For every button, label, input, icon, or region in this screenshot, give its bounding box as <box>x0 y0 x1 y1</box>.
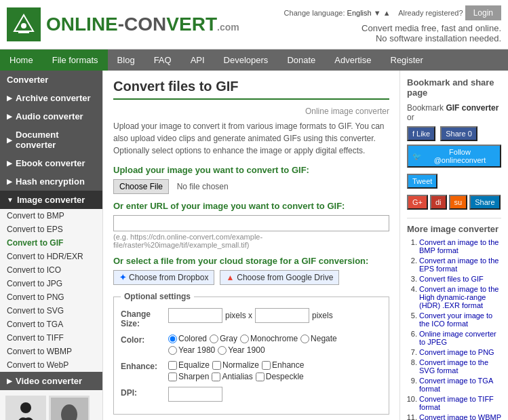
more-link-4[interactable]: Convert your image to the ICO format <box>419 311 492 328</box>
upload-label: Upload your image you want to convert to… <box>113 165 389 175</box>
gdrive-label: Choose from Google Drive <box>237 273 333 282</box>
sidebar-convert-jpg[interactable]: Convert to JPG <box>0 277 102 290</box>
sidebar-convert-tiff[interactable]: Convert to TIFF <box>0 331 102 345</box>
url-input[interactable] <box>113 215 389 231</box>
linkedin-button[interactable]: Share <box>469 195 500 210</box>
check-normalize[interactable]: Normalize <box>212 360 259 370</box>
change-language-label: Change language: <box>284 9 345 17</box>
url-section: Or enter URL of your image you want to c… <box>113 201 389 249</box>
nav-item-register[interactable]: Register <box>381 50 433 71</box>
facebook-share-button[interactable]: Share 0 <box>440 126 477 141</box>
size-row: Change Size: pixels x pixels <box>121 308 382 328</box>
sidebar-archive-converter[interactable]: ▶Archive converter <box>0 89 102 107</box>
more-link-3[interactable]: Convert an image to the High dynamic-ran… <box>419 285 499 309</box>
enhance-content: Equalize Normalize Enhance Sharpen Antia… <box>168 360 382 381</box>
check-equalize-input[interactable] <box>168 361 177 370</box>
sidebar-convert-wbmp[interactable]: Convert to WBMP <box>0 345 102 358</box>
radio-gray[interactable]: Gray <box>210 334 237 343</box>
nav-item-developers[interactable]: Developers <box>214 50 278 71</box>
check-antialias-input[interactable] <box>212 373 220 381</box>
file-input-row: Choose File No file chosen <box>113 179 389 194</box>
social-row-4: G+ di su Share <box>407 195 501 210</box>
radio-colored[interactable]: Colored <box>168 334 207 343</box>
sidebar-convert-gif[interactable]: Convert to GIF <box>0 236 102 250</box>
radio-year1980-input[interactable] <box>168 346 177 355</box>
gplus-button[interactable]: G+ <box>407 195 428 210</box>
su-button[interactable]: su <box>449 195 468 210</box>
height-input[interactable] <box>255 308 309 323</box>
more-link-6[interactable]: Convert image to PNG <box>419 348 494 356</box>
check-equalize[interactable]: Equalize <box>168 360 210 370</box>
check-enhance-input[interactable] <box>262 361 271 370</box>
more-link-5[interactable]: Online image converter to JPEG <box>419 330 496 346</box>
check-normalize-input[interactable] <box>212 361 221 370</box>
language-select[interactable]: English <box>347 9 372 17</box>
gdrive-button[interactable]: ▲ Choose from Google Drive <box>220 270 339 285</box>
list-item: Convert image to the SVG format <box>419 358 501 375</box>
nav-item-home[interactable]: Home <box>0 50 43 71</box>
radio-colored-input[interactable] <box>168 335 177 343</box>
check-sharpen-input[interactable] <box>168 373 177 381</box>
width-input[interactable] <box>168 308 222 323</box>
more-link-10[interactable]: Convert image to WBMP (mobile format) <box>419 413 501 420</box>
radio-gray-input[interactable] <box>210 335 218 343</box>
more-link-1[interactable]: Convert an image to the EPS format <box>419 256 499 273</box>
main-content: Convert files to GIF Online image conver… <box>103 71 399 420</box>
color-label: Color: <box>121 334 168 345</box>
optional-settings: Optional settings Change Size: pixels x … <box>113 292 389 415</box>
dpi-input[interactable] <box>168 387 222 402</box>
nav-item-file-formats[interactable]: File formats <box>43 50 108 71</box>
radio-year1980[interactable]: Year 1980 <box>168 345 215 355</box>
sidebar-audio-converter[interactable]: ▶Audio converter <box>0 107 102 126</box>
radio-monochrome-input[interactable] <box>240 335 249 343</box>
sidebar-ebook-converter[interactable]: ▶Ebook converter <box>0 154 102 172</box>
nav-item-advertise[interactable]: Advertise <box>325 50 380 71</box>
radio-year1900-input[interactable] <box>218 346 227 355</box>
check-despeckle[interactable]: Despeckle <box>256 372 304 381</box>
login-button[interactable]: Login <box>465 5 501 20</box>
radio-negate-input[interactable] <box>300 335 309 343</box>
check-enhance[interactable]: Enhance <box>262 360 304 370</box>
choose-file-button[interactable]: Choose File <box>113 179 169 194</box>
nav-item-faq[interactable]: FAQ <box>144 50 181 71</box>
dropbox-button[interactable]: ✦ Choose from Dropbox <box>113 270 214 285</box>
radio-year1900[interactable]: Year 1900 <box>218 345 265 355</box>
sidebar-convert-eps[interactable]: Convert to EPS <box>0 223 102 236</box>
sidebar-convert-png[interactable]: Convert to PNG <box>0 290 102 304</box>
header: ONLINE-CONVERT.com Change language: Engl… <box>0 0 508 50</box>
sidebar-convert-ico[interactable]: Convert to ICO <box>0 263 102 277</box>
sidebar-image-converter[interactable]: ▼Image converter <box>0 191 102 209</box>
list-item: Convert image to TIFF format <box>419 395 501 411</box>
more-link-2[interactable]: Convert files to GIF <box>419 275 484 283</box>
check-antialias[interactable]: Antialias <box>212 372 252 381</box>
dpi-content <box>168 387 382 402</box>
twitter-follow-button[interactable]: 🐦 Follow @onlineconvert <box>407 145 501 168</box>
nav-item-blog[interactable]: Blog <box>108 50 144 71</box>
more-link-7[interactable]: Convert image to the SVG format <box>419 358 488 375</box>
list-item: Convert image to PNG <box>419 348 501 356</box>
sidebar-video-converter[interactable]: ▶Video converter <box>0 372 102 390</box>
digg-button[interactable]: di <box>430 195 447 210</box>
facebook-like-button[interactable]: f Like <box>407 126 435 141</box>
radio-negate[interactable]: Negate <box>300 334 337 343</box>
check-sharpen[interactable]: Sharpen <box>168 372 209 381</box>
sidebar-hash-encryption[interactable]: ▶Hash encryption <box>0 172 102 191</box>
sidebar-convert-tga[interactable]: Convert to TGA <box>0 318 102 331</box>
sidebar-convert-webp[interactable]: Convert to WebP <box>0 358 102 372</box>
check-despeckle-input[interactable] <box>256 373 265 381</box>
social-row-1: f Like Share 0 <box>407 126 501 141</box>
more-link-8[interactable]: Convert image to TGA format <box>419 377 493 393</box>
svg-point-5 <box>20 402 31 413</box>
nav-item-donate[interactable]: Donate <box>277 50 325 71</box>
more-link-0[interactable]: Convert an image to the BMP format <box>419 238 499 254</box>
sidebar-convert-hdr[interactable]: Convert to HDR/EXR <box>0 250 102 263</box>
sidebar-document-converter[interactable]: ▶Document converter <box>0 126 102 154</box>
radio-monochrome[interactable]: Monochrome <box>240 334 298 343</box>
sidebar-convert-svg[interactable]: Convert to SVG <box>0 304 102 318</box>
list-item: Convert image to TGA format <box>419 377 501 393</box>
sidebar-convert-bmp[interactable]: Convert to BMP <box>0 209 102 223</box>
enhance-row: Enhance: Equalize Normalize Enhance Shar… <box>121 360 382 381</box>
more-link-9[interactable]: Convert image to TIFF format <box>419 395 494 411</box>
twitter-tweet-button[interactable]: Tweet <box>407 174 437 189</box>
nav-item-api[interactable]: API <box>181 50 214 71</box>
